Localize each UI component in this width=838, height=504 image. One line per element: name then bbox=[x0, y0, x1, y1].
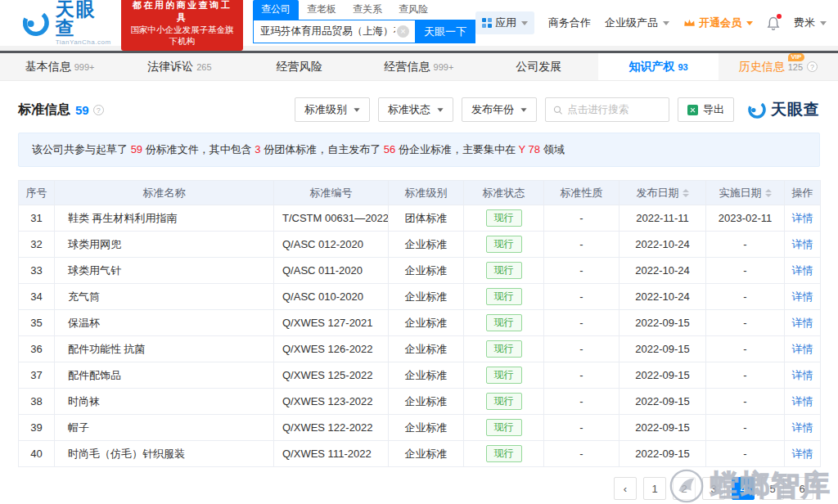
page-button-6[interactable]: 6 bbox=[791, 477, 813, 500]
page-button-1[interactable]: 1 bbox=[643, 477, 666, 500]
detail-link[interactable]: 详情 bbox=[792, 238, 813, 250]
page-button-3[interactable]: 3 bbox=[702, 477, 725, 500]
help-icon[interactable]: ? bbox=[93, 105, 104, 115]
filter-label: 标准级别 bbox=[304, 102, 347, 117]
detail-link[interactable]: 详情 bbox=[792, 317, 813, 329]
grid-apps-icon bbox=[482, 18, 492, 28]
cell-publish-date: 2022-11-11 bbox=[619, 205, 706, 232]
nav-tab-legal-suit[interactable]: 法律诉讼265 bbox=[119, 53, 239, 80]
clear-icon[interactable]: × bbox=[397, 25, 409, 38]
cell-publish-date: 2022-09-15 bbox=[619, 336, 706, 362]
filter-publish-year[interactable]: 发布年份 bbox=[462, 97, 537, 122]
detail-link[interactable]: 详情 bbox=[792, 421, 813, 434]
detail-link[interactable]: 详情 bbox=[792, 264, 813, 277]
page-button-5[interactable]: 5 bbox=[761, 477, 784, 500]
cell-index: 32 bbox=[19, 232, 55, 258]
column-header-0: 序号 bbox=[19, 181, 55, 205]
filter-standard-status[interactable]: 标准状态 bbox=[378, 97, 453, 122]
help-icon[interactable]: ? bbox=[807, 61, 818, 72]
column-header-5: 标准性质 bbox=[544, 181, 619, 205]
section-count: 59 bbox=[75, 103, 89, 117]
search-tab-company[interactable]: 查公司 bbox=[253, 0, 299, 20]
detail-link[interactable]: 详情 bbox=[792, 212, 813, 224]
summary-segment: 3 bbox=[255, 143, 260, 155]
company-search-input[interactable] bbox=[253, 20, 415, 43]
column-header-7[interactable]: 实施日期 bbox=[706, 181, 785, 205]
promo-banner[interactable]: 都在用的商业查询工具 国家中小企业发展子基金旗下机构 bbox=[121, 0, 243, 51]
detail-link[interactable]: 详情 bbox=[792, 395, 813, 407]
cell-standard-name: 保温杯 bbox=[55, 310, 274, 336]
cell-standard-level: 企业标准 bbox=[389, 441, 464, 467]
column-header-2: 标准编号 bbox=[274, 181, 389, 205]
enterprise-product-menu[interactable]: 企业级产品 bbox=[605, 16, 669, 30]
cell-standard-status: 现行 bbox=[464, 310, 544, 336]
company-nav-tabs: 基本信息999+法律诉讼265经营风险经营信息999+公司发展知识产权93历史信… bbox=[0, 53, 838, 81]
cell-action: 详情 bbox=[785, 284, 821, 310]
enterprise-product-label: 企业级产品 bbox=[605, 16, 658, 30]
section-toolbar: 标准级别标准状态发布年份 导出 天眼查 bbox=[295, 97, 820, 122]
page-button-4[interactable]: 4 bbox=[732, 477, 755, 500]
cell-index: 34 bbox=[19, 284, 55, 310]
search-tab-boss[interactable]: 查老板 bbox=[299, 0, 345, 20]
nav-tab-basic-info[interactable]: 基本信息999+ bbox=[0, 53, 119, 80]
cell-implement-date: - bbox=[706, 232, 785, 258]
vip-membership-menu[interactable]: 开通会员 bbox=[683, 16, 753, 30]
detail-link[interactable]: 详情 bbox=[792, 343, 813, 355]
cell-action: 详情 bbox=[785, 258, 821, 284]
search-button[interactable]: 天眼一下 bbox=[415, 20, 475, 43]
notification-bell-icon[interactable] bbox=[767, 16, 780, 30]
cell-standard-nature: - bbox=[544, 205, 619, 232]
standards-section: 标准信息 59 ? 标准级别标准状态发布年份 导出 天眼查 bbox=[0, 81, 838, 500]
detail-link[interactable]: 详情 bbox=[792, 290, 813, 303]
nav-tab-history-info[interactable]: 历史信息VIP125? bbox=[719, 53, 838, 80]
summary-banner: 该公司共参与起草了 59 份标准文件，其中包含 3 份团体标准，自主发布了 56… bbox=[18, 133, 820, 167]
nav-tab-intellectual-property[interactable]: 知识产权93 bbox=[598, 53, 718, 80]
search-tab-risk[interactable]: 查风险 bbox=[390, 0, 436, 20]
page-prev-button[interactable]: ‹ bbox=[614, 477, 637, 500]
cell-standard-nature: - bbox=[544, 389, 619, 415]
nav-tab-label: 知识产权 bbox=[628, 60, 674, 74]
cell-standard-level: 企业标准 bbox=[389, 258, 464, 284]
tianyancha-logo[interactable]: 天眼查 TianYanCha.com bbox=[21, 0, 113, 46]
detail-link[interactable]: 详情 bbox=[792, 448, 813, 460]
cell-index: 33 bbox=[19, 258, 55, 284]
cell-action: 详情 bbox=[785, 205, 821, 232]
business-cooperation-link[interactable]: 商务合作 bbox=[548, 16, 591, 30]
search-tab-relation[interactable]: 查关系 bbox=[345, 0, 390, 20]
cell-standard-status: 现行 bbox=[464, 232, 544, 258]
cell-standard-nature: - bbox=[544, 232, 619, 258]
table-row: 40时尚毛（仿毛）针织服装Q/XWES 111-2022企业标准现行-2022-… bbox=[19, 441, 821, 467]
nav-tab-label: 基本信息 bbox=[25, 60, 71, 74]
search-type-tabs: 查公司查老板查关系查风险 bbox=[253, 2, 475, 20]
table-row: 33球类用气针Q/ASC 011-2020企业标准现行-2022-10-24-详… bbox=[19, 258, 821, 284]
cell-index: 35 bbox=[19, 310, 55, 336]
cell-standard-level: 企业标准 bbox=[389, 362, 464, 389]
detail-link[interactable]: 详情 bbox=[792, 369, 813, 381]
apps-menu[interactable]: 应用 bbox=[475, 11, 534, 34]
nav-tab-count: 93 bbox=[678, 62, 687, 72]
user-menu[interactable]: 费米 bbox=[794, 16, 827, 30]
table-search-box[interactable] bbox=[545, 97, 669, 122]
table-search-input[interactable] bbox=[567, 104, 661, 115]
promo-line-1: 都在用的商业查询工具 bbox=[128, 0, 237, 24]
cell-action: 详情 bbox=[785, 336, 821, 362]
nav-tab-operation-info[interactable]: 经营信息999+ bbox=[359, 53, 479, 80]
cell-standard-name: 配件配饰品 bbox=[55, 362, 274, 389]
nav-tab-operation-risk[interactable]: 经营风险 bbox=[240, 53, 359, 80]
table-header-row: 序号标准名称标准编号标准级别标准状态标准性质发布日期实施日期操作 bbox=[19, 181, 821, 205]
section-head: 标准信息 59 ? 标准级别标准状态发布年份 导出 天眼查 bbox=[0, 81, 838, 122]
cell-standard-code: Q/XWES 125-2022 bbox=[274, 362, 389, 389]
column-header-label: 操作 bbox=[792, 187, 813, 199]
promo-line-2: 国家中小企业发展子基金旗下机构 bbox=[128, 24, 237, 47]
cell-implement-date: 2023-02-11 bbox=[706, 205, 785, 232]
filter-standard-level[interactable]: 标准级别 bbox=[295, 97, 370, 122]
table-row: 39帽子Q/XWES 122-2022企业标准现行-2022-09-15-详情 bbox=[19, 415, 821, 441]
nav-tab-company-development[interactable]: 公司发展 bbox=[479, 53, 598, 80]
column-header-6[interactable]: 发布日期 bbox=[619, 181, 706, 205]
cell-standard-status: 现行 bbox=[464, 336, 544, 362]
table-row: 32球类用网兜Q/ASC 012-2020企业标准现行-2022-10-24-详… bbox=[19, 232, 821, 258]
page-button-2[interactable]: 2 bbox=[673, 477, 696, 500]
cell-publish-date: 2022-09-15 bbox=[619, 310, 706, 336]
export-button[interactable]: 导出 bbox=[678, 97, 734, 122]
status-badge: 现行 bbox=[486, 262, 522, 279]
